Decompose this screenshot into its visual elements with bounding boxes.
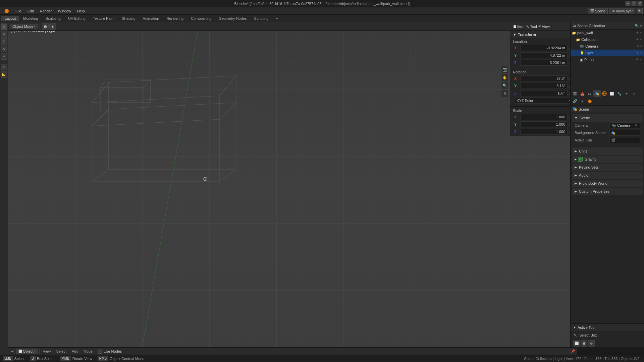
tab-uv-editing[interactable]: UV Editing: [65, 16, 89, 21]
rotation-y-input[interactable]: 3.16°: [520, 83, 568, 89]
render-props-icon[interactable]: 🎬: [571, 90, 579, 97]
window-menu[interactable]: Window: [55, 8, 74, 14]
scene-props-icon[interactable]: 🎭: [593, 90, 601, 97]
cursor-icon-light[interactable]: ↖: [640, 51, 643, 55]
camera-value[interactable]: 📷 Camera ✕: [609, 122, 640, 128]
output-props-icon[interactable]: 📤: [579, 90, 586, 97]
rotation-mode-dropdown[interactable]: XYZ Euler ▾: [514, 98, 573, 104]
scale-y-input[interactable]: 1.000: [520, 121, 568, 127]
cursor-icon-plane[interactable]: ↖: [640, 58, 643, 61]
gravity-checkbox[interactable]: ✓: [578, 157, 583, 162]
search-icon[interactable]: 🔍: [637, 8, 643, 14]
tab-add[interactable]: +: [272, 16, 281, 21]
scale-x-input[interactable]: 1.000: [520, 114, 568, 120]
tab-rendering[interactable]: Rendering: [163, 16, 187, 21]
tab-sculpting[interactable]: Sculpting: [42, 16, 64, 21]
rotation-z-input[interactable]: 107°: [520, 90, 568, 96]
outliner-item-park-wall[interactable]: 📁 park_wall 👁 ↖: [571, 29, 644, 36]
cursor-icon[interactable]: ↖: [640, 31, 643, 35]
eye-icon-camera[interactable]: 👁: [636, 45, 639, 48]
maximize-button[interactable]: □: [631, 1, 637, 6]
view-btn[interactable]: View: [41, 349, 53, 354]
move-tool[interactable]: ⊕: [1, 31, 7, 38]
item-tab[interactable]: 📋 Item: [513, 24, 524, 28]
eye-icon[interactable]: 👁: [636, 31, 639, 35]
select-btn[interactable]: Select: [54, 349, 68, 354]
modifier-props-icon[interactable]: 🔧: [615, 90, 623, 97]
audio-section-btn[interactable]: ▶ Audio: [572, 172, 643, 179]
location-z-input[interactable]: 3.2361 m: [520, 60, 568, 66]
grid-overlay-icon[interactable]: ⊞: [501, 90, 508, 97]
help-menu[interactable]: Help: [74, 8, 88, 14]
location-y-input[interactable]: -4.8722 m: [520, 52, 568, 58]
transform-section-header[interactable]: ▼ Transform: [510, 31, 577, 38]
outliner-item-collection[interactable]: 📁 Collection 👁 ↖: [571, 36, 644, 43]
cursor-icon-collection[interactable]: ↖: [640, 38, 643, 41]
world-props-icon[interactable]: [601, 90, 608, 97]
keying-sets-section-btn[interactable]: ▶ Keying Sets: [572, 164, 643, 171]
tab-shading[interactable]: Shading: [118, 16, 139, 21]
tab-compositing[interactable]: Compositing: [187, 16, 215, 21]
bottom-mode-dropdown[interactable]: ⬜ Object ▾: [16, 349, 38, 354]
camera-close-btn[interactable]: ✕: [635, 123, 638, 128]
object-props-icon[interactable]: ⬜: [608, 90, 615, 97]
outliner-item-camera[interactable]: 📷 Camera 👁 ↖: [571, 43, 644, 50]
tab-geometry-nodes[interactable]: Geometry Nodes: [215, 16, 250, 21]
custom-properties-section-btn[interactable]: ▶ Custom Properties: [572, 188, 643, 195]
search-icon-viewport[interactable]: 🔍: [501, 82, 508, 89]
view-tab[interactable]: 👁 View: [538, 24, 550, 28]
viewport-shading-btn[interactable]: ◐: [49, 23, 56, 30]
units-section-btn[interactable]: ▶ Units: [572, 147, 643, 155]
file-menu[interactable]: File: [13, 8, 24, 14]
scene-selector[interactable]: 🎬 Scene: [588, 8, 608, 14]
transform-tool[interactable]: ✦: [1, 53, 7, 60]
outliner-options-icon[interactable]: ⚙: [639, 24, 642, 27]
camera-view-icon[interactable]: 📷: [501, 66, 508, 73]
select-cursor-tool[interactable]: ↖: [1, 23, 7, 30]
scale-z-input[interactable]: 1.000: [520, 129, 568, 135]
tool-icon-1[interactable]: ⬜: [573, 340, 580, 347]
viewport-shading-solid[interactable]: ⬤: [42, 23, 49, 30]
tab-texture-paint[interactable]: Texture Paint: [90, 16, 118, 21]
rigid-body-world-section-btn[interactable]: ▶ Rigid Body World: [572, 180, 643, 187]
use-nodes-toggle[interactable]: ☐ Use Nodes: [98, 349, 122, 354]
cursor-icon-camera[interactable]: ↖: [640, 45, 643, 48]
eye-icon-light[interactable]: 👁: [636, 51, 639, 55]
physics-props-icon[interactable]: ⚛: [630, 90, 638, 97]
eye-icon-collection[interactable]: 👁: [636, 38, 639, 41]
location-x-input[interactable]: -0.92204 m: [520, 45, 568, 51]
bg-scene-value[interactable]: 🎭: [609, 130, 640, 136]
constraints-props-icon[interactable]: 🔗: [571, 97, 579, 105]
rotate-tool[interactable]: ↻: [1, 38, 7, 45]
active-tool-header[interactable]: ▼ Active Tool: [571, 324, 644, 331]
eye-icon-plane[interactable]: 👁: [636, 58, 639, 61]
tab-layout[interactable]: Layout: [1, 16, 19, 21]
render-menu[interactable]: Render: [37, 8, 55, 14]
scene-section-header[interactable]: ▼ Scene: [572, 114, 643, 122]
add-btn[interactable]: Add: [70, 349, 80, 354]
outliner-item-plane[interactable]: ▣ Plane 👁 ↖: [571, 56, 644, 63]
measure-tool[interactable]: 📐: [1, 71, 7, 78]
view-layer-selector[interactable]: 🗂 ViewLayer: [609, 8, 635, 14]
edit-menu[interactable]: Edit: [25, 8, 37, 14]
object-mode-dropdown[interactable]: Object Mode ▾: [10, 24, 38, 29]
tab-modeling[interactable]: Modeling: [20, 16, 42, 21]
tool-icon-2[interactable]: ⬟: [581, 340, 587, 347]
active-clip-value[interactable]: 🎬: [609, 137, 640, 143]
tool-icon-3[interactable]: ⊙: [588, 340, 595, 347]
outliner-filter-icon[interactable]: 🔍: [635, 24, 639, 27]
viewport-bottom-arrow[interactable]: ◀: [9, 349, 15, 354]
tool-tab[interactable]: 🔧 Tool: [526, 24, 537, 28]
scale-tool[interactable]: ⤡: [1, 46, 7, 52]
tab-animation[interactable]: Animation: [140, 16, 163, 21]
pin-icon[interactable]: 📌: [570, 349, 576, 354]
node-btn[interactable]: Node: [82, 349, 95, 354]
hand-tool-icon[interactable]: ✋: [501, 74, 508, 81]
outliner-item-light[interactable]: 💡 Light 👁 ↖: [571, 50, 644, 56]
annotate-tool[interactable]: ✏: [1, 64, 7, 70]
minimize-button[interactable]: ─: [625, 1, 631, 6]
blender-menu[interactable]: [1, 8, 12, 14]
rotation-x-input[interactable]: 37.3°: [520, 75, 568, 81]
material-props-icon[interactable]: ⬤: [586, 97, 593, 105]
tab-scripting[interactable]: Scripting: [251, 16, 272, 21]
